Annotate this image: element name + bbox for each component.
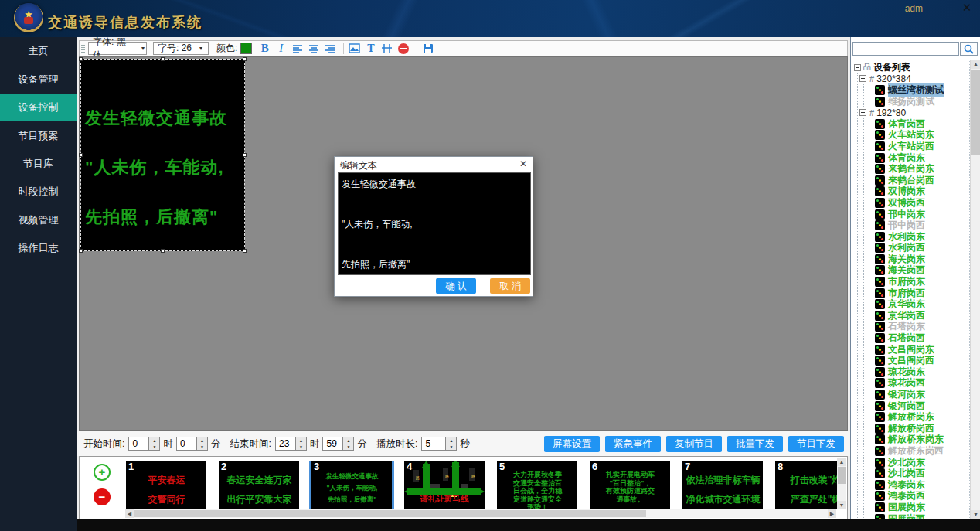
dialog-textarea[interactable]: 发生轻微交通事故 "人未伤，车能动, 先拍照，后撤离" (338, 172, 531, 275)
sidebar-item-1[interactable]: 主页 (0, 37, 77, 65)
device-item-体育岗东[interactable]: 体育岗东 (864, 152, 969, 164)
device-item-鸿泰岗东[interactable]: 鸿泰岗东 (864, 479, 969, 491)
device-item-双博岗东[interactable]: 双博岗东 (864, 186, 969, 198)
device-item-市府岗西[interactable]: 市府岗西 (864, 288, 969, 299)
spinner-up-icon[interactable]: ▲ (343, 437, 353, 444)
sidebar-item-7[interactable]: 视频管理 (0, 206, 77, 234)
action-button-复制节目[interactable]: 复制节目 (666, 436, 722, 452)
resize-handle[interactable] (243, 249, 247, 253)
device-item-双博岗西[interactable]: 双博岗西 (864, 197, 969, 209)
device-item-来鹤台岗西[interactable]: 来鹤台岗西 (864, 175, 969, 186)
program-thumb-5[interactable]: 5大力开展秋冬季交通安全整治百日会战，全力稳定道路交通安全形势！ (497, 461, 577, 509)
device-item-鸿泰岗西[interactable]: 鸿泰岗西 (864, 491, 969, 502)
text-tool-button[interactable]: T (364, 42, 377, 55)
device-item-银河岗东[interactable]: 银河岗东 (864, 389, 969, 400)
layout-icon[interactable] (380, 42, 393, 55)
device-item-银河岗西[interactable]: 银河岗西 (864, 400, 969, 412)
cancel-button[interactable]: 取 消 (490, 278, 530, 294)
resize-handle[interactable] (243, 57, 247, 61)
scroll-down-icon[interactable]: ▼ (971, 510, 980, 519)
device-item-解放桥东岗西[interactable]: 解放桥东岗西 (864, 445, 969, 457)
save-icon[interactable] (421, 42, 434, 55)
sidebar-item-3[interactable]: 设备控制 (0, 94, 77, 121)
program-thumb-7[interactable]: 7依法治理非标车辆净化城市交通环境 (682, 461, 763, 509)
device-item-琼花岗东[interactable]: 琼花岗东 (864, 366, 969, 378)
spinner-down-icon[interactable]: ▼ (343, 444, 353, 450)
spinner-up-icon[interactable]: ▲ (149, 437, 159, 444)
device-item-沙北岗西[interactable]: 沙北岗西 (864, 468, 969, 479)
resize-handle[interactable] (161, 57, 165, 61)
device-item-文昌阁岗东[interactable]: 文昌阁岗东 (864, 344, 969, 356)
tree-group-192*80[interactable]: #192*80 (858, 107, 969, 118)
action-button-紧急事件[interactable]: 紧急事件 (605, 436, 661, 452)
horizontal-scrollbar[interactable]: ◀ ▶ (125, 509, 836, 518)
device-item-火车站岗西[interactable]: 火车站岗西 (864, 141, 969, 152)
vertical-scrollbar[interactable]: ▲ ▼ (837, 458, 846, 509)
device-item-国展岗西[interactable]: 国展岗西 (864, 513, 969, 519)
font-family-select[interactable]: 字体: 黑体 ▾ (88, 42, 147, 55)
scroll-up-icon[interactable]: ▲ (837, 458, 846, 466)
duration-input[interactable] (421, 437, 446, 451)
end-hour-input[interactable] (275, 437, 296, 451)
device-item-邗中岗西[interactable]: 邗中岗西 (864, 220, 969, 231)
search-input[interactable] (852, 42, 959, 56)
spinner-down-icon[interactable]: ▼ (296, 444, 306, 450)
device-item-螺丝湾桥测试[interactable]: 螺丝湾桥测试 (864, 84, 969, 96)
program-thumb-4[interactable]: 4 路 路 路 请礼让斑马线 (404, 461, 485, 509)
program-thumb-3[interactable]: 3发生轻微交通事故"人未伤，车能动,先拍照，后撤离" (311, 461, 392, 509)
end-minute-input[interactable] (322, 437, 343, 451)
scrollbar-thumb[interactable] (134, 510, 646, 517)
sidebar-item-8[interactable]: 操作日志 (0, 234, 77, 262)
sidebar-item-5[interactable]: 节目库 (0, 150, 77, 178)
scrollbar-thumb[interactable] (971, 70, 980, 155)
program-thumb-6[interactable]: 6扎实开展电动车"百日整治"，有效预防道路交通事故。 (590, 461, 670, 509)
resize-handle[interactable] (79, 249, 83, 253)
sidebar-item-4[interactable]: 节目预案 (0, 122, 77, 150)
program-thumb-8[interactable]: 8打击改装"炸严查严处"机 (775, 461, 837, 509)
device-item-京华岗西[interactable]: 京华岗西 (864, 310, 969, 322)
delete-program-button[interactable]: − (94, 488, 111, 505)
insert-image-icon[interactable] (348, 42, 361, 55)
search-button[interactable] (960, 42, 978, 56)
device-item-水利岗西[interactable]: 水利岗西 (864, 243, 969, 254)
resize-handle[interactable] (243, 153, 247, 157)
led-preview[interactable]: 发生轻微交通事故 "人未伤，车能动, 先拍照，后撤离" (80, 59, 245, 251)
collapse-icon[interactable] (854, 64, 861, 71)
start-hour-input[interactable] (128, 437, 149, 451)
tree-root[interactable]: 品设备列表 (852, 62, 969, 73)
resize-handle[interactable] (79, 57, 83, 61)
align-center-icon[interactable] (307, 42, 320, 55)
spinner-down-icon[interactable]: ▼ (149, 444, 159, 450)
resize-handle[interactable] (79, 153, 83, 157)
align-right-icon[interactable] (323, 42, 336, 55)
minimize-icon[interactable]: — (938, 1, 952, 14)
device-item-沙北岗东[interactable]: 沙北岗东 (864, 457, 969, 468)
device-item-海关岗东[interactable]: 海关岗东 (864, 254, 969, 265)
color-swatch[interactable] (240, 43, 252, 54)
italic-button[interactable]: I (274, 42, 288, 55)
device-item-市府岗东[interactable]: 市府岗东 (864, 276, 969, 288)
collapse-icon[interactable] (859, 109, 866, 116)
program-thumb-1[interactable]: 1平安春运交警同行 (126, 461, 206, 509)
program-thumb-2[interactable]: 2春运安全连万家出行平安靠大家 (219, 461, 299, 509)
device-item-解放桥岗东[interactable]: 解放桥岗东 (864, 411, 969, 423)
spinner-down-icon[interactable]: ▼ (446, 444, 456, 450)
action-button-屏幕设置[interactable]: 屏幕设置 (544, 436, 600, 452)
collapse-icon[interactable] (859, 75, 866, 82)
remove-icon[interactable] (396, 42, 410, 55)
close-icon[interactable]: ✕ (960, 1, 974, 15)
device-item-邗中岗东[interactable]: 邗中岗东 (864, 209, 969, 220)
bold-button[interactable]: B (258, 42, 271, 55)
device-item-石塔岗西[interactable]: 石塔岗西 (864, 332, 969, 344)
tree-scrollbar[interactable]: ▲ ▼ (970, 60, 980, 519)
scroll-left-icon[interactable]: ◀ (125, 509, 134, 518)
sidebar-item-2[interactable]: 设备管理 (0, 66, 77, 94)
spinner-down-icon[interactable]: ▼ (197, 444, 207, 450)
scroll-right-icon[interactable]: ▶ (828, 509, 836, 518)
device-item-国展岗东[interactable]: 国展岗东 (864, 502, 969, 513)
resize-handle[interactable] (161, 249, 165, 253)
device-item-京华岗东[interactable]: 京华岗东 (864, 298, 969, 310)
align-left-icon[interactable] (291, 42, 304, 55)
spinner-up-icon[interactable]: ▲ (197, 437, 207, 444)
toolbar-grip[interactable] (81, 43, 85, 54)
